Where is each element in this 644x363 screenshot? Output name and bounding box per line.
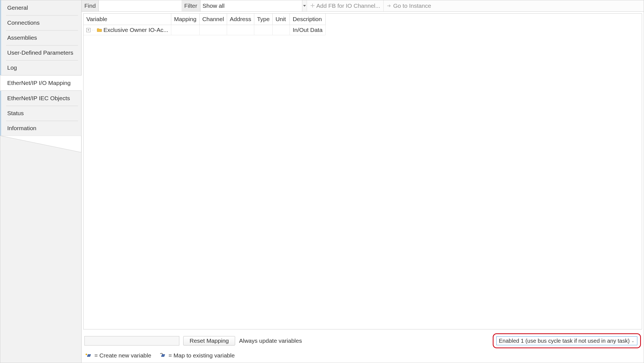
- sidebar: General Connections Assemblies User-Defi…: [0, 0, 82, 363]
- app-root: General Connections Assemblies User-Defi…: [0, 0, 644, 363]
- find-label: Find: [82, 0, 99, 11]
- tab-ethernetip-iec-objects[interactable]: EtherNet/IP IEC Objects: [0, 91, 81, 106]
- cell-description: In/Out Data: [290, 25, 325, 35]
- legend-map-text: = Map to existing variable: [168, 352, 235, 359]
- tree-connector: ··: [92, 28, 95, 32]
- tab-log[interactable]: Log: [0, 60, 81, 75]
- tab-connections[interactable]: Connections: [0, 15, 81, 30]
- cell-channel: [199, 25, 227, 35]
- cell-type: [254, 25, 273, 35]
- col-mapping[interactable]: Mapping: [171, 14, 200, 25]
- add-fb-label: Add FB for IO Channel...: [316, 2, 380, 9]
- cell-address: [227, 25, 254, 35]
- mapping-table-wrap: Variable Mapping Channel Address Type Un…: [83, 13, 642, 329]
- map-variable-icon: [160, 353, 166, 358]
- legend-map: = Map to existing variable: [160, 352, 235, 359]
- toolbar: Find Filter Show all Add FB for IO Chann…: [82, 0, 644, 12]
- goto-icon: [387, 2, 391, 9]
- col-channel[interactable]: Channel: [199, 14, 227, 25]
- plus-icon: [310, 2, 315, 9]
- main-panel: Find Filter Show all Add FB for IO Chann…: [82, 0, 644, 363]
- tab-status[interactable]: Status: [0, 106, 81, 121]
- tree-expand-icon[interactable]: +: [86, 28, 90, 32]
- bottom-bar: Reset Mapping Always update variables En…: [82, 331, 644, 363]
- tab-information[interactable]: Information: [0, 121, 81, 136]
- go-to-instance-button[interactable]: Go to Instance: [383, 0, 434, 11]
- tab-label: EtherNet/IP I/O Mapping: [7, 80, 71, 86]
- filter-dropdown-icon[interactable]: [302, 0, 307, 11]
- table-header-row: Variable Mapping Channel Address Type Un…: [84, 14, 325, 25]
- variable-name: Exclusive Owner IO-Ac...: [104, 27, 168, 33]
- svg-marker-1: [303, 5, 306, 7]
- col-address[interactable]: Address: [227, 14, 254, 25]
- cell-variable: + ·· Exclusive Owner IO-Ac...: [84, 25, 171, 35]
- reset-mapping-button[interactable]: Reset Mapping: [183, 336, 235, 346]
- tab-label: User-Defined Parameters: [7, 49, 73, 56]
- tab-label: Log: [7, 64, 17, 71]
- svg-marker-7: [161, 354, 165, 357]
- always-update-select[interactable]: Enabled 1 (use bus cycle task if not use…: [496, 336, 637, 345]
- filter-value: Show all: [203, 2, 225, 9]
- create-variable-icon: [85, 353, 92, 358]
- tab-label: Connections: [7, 19, 40, 26]
- sidebar-diagonal: [0, 136, 81, 152]
- cell-mapping: [171, 25, 200, 35]
- mapping-table: Variable Mapping Channel Address Type Un…: [84, 14, 326, 35]
- cell-unit: [273, 25, 290, 35]
- goto-label: Go to Instance: [393, 2, 431, 9]
- tab-label: EtherNet/IP IEC Objects: [7, 95, 70, 101]
- find-input[interactable]: [99, 0, 182, 11]
- always-update-label: Always update variables: [239, 337, 302, 344]
- folder-icon: [97, 28, 102, 32]
- tab-general[interactable]: General: [0, 0, 81, 15]
- filter-label: Filter: [182, 0, 200, 11]
- svg-marker-0: [0, 136, 81, 152]
- tab-label: Status: [7, 110, 24, 116]
- add-fb-button[interactable]: Add FB for IO Channel...: [307, 0, 384, 11]
- table-row[interactable]: + ·· Exclusive Owner IO-Ac...: [84, 25, 325, 35]
- tab-ethernetip-io-mapping[interactable]: EtherNet/IP I/O Mapping: [0, 75, 82, 91]
- status-field[interactable]: [84, 336, 179, 346]
- col-type[interactable]: Type: [254, 14, 273, 25]
- svg-marker-2: [87, 354, 91, 357]
- legend-create: = Create new variable: [85, 352, 151, 359]
- legend: = Create new variable = Map to existing …: [84, 348, 641, 362]
- col-unit[interactable]: Unit: [273, 14, 290, 25]
- col-variable[interactable]: Variable: [84, 14, 171, 25]
- legend-create-text: = Create new variable: [94, 352, 151, 359]
- col-description[interactable]: Description: [290, 14, 325, 25]
- tab-user-defined-parameters[interactable]: User-Defined Parameters: [0, 45, 81, 60]
- tab-label: Assemblies: [7, 34, 37, 41]
- tab-label: General: [7, 4, 28, 11]
- tab-assemblies[interactable]: Assemblies: [0, 30, 81, 45]
- filter-select[interactable]: Show all: [200, 0, 302, 11]
- update-select-highlight: Enabled 1 (use bus cycle task if not use…: [493, 333, 641, 348]
- tab-label: Information: [7, 125, 36, 131]
